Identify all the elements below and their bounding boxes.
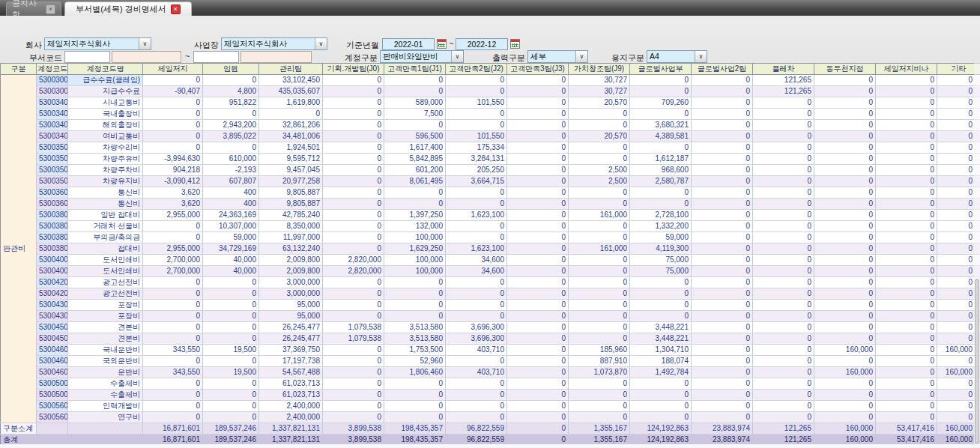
vertical-scrollbar[interactable] xyxy=(974,63,980,444)
amount-cell[interactable]: 0 xyxy=(323,154,384,165)
amount-cell[interactable]: 0 xyxy=(692,345,753,356)
amount-cell[interactable]: 3,696,300 xyxy=(446,333,507,345)
amount-cell[interactable]: 101,550 xyxy=(446,97,507,109)
amount-cell[interactable]: 0 xyxy=(876,221,937,232)
amount-cell[interactable]: 0 xyxy=(753,255,814,266)
amount-cell[interactable]: 0 xyxy=(203,378,259,390)
account-code-cell[interactable]: 53004601 xyxy=(37,345,68,356)
table-row[interactable]: 53004300포장비0095,00000000000000 xyxy=(1,300,980,311)
amount-cell[interactable]: 0 xyxy=(692,255,753,266)
amount-cell[interactable]: 887,910 xyxy=(569,356,630,367)
amount-cell[interactable]: 0 xyxy=(692,378,753,390)
account-name-cell[interactable]: 인력개발비 xyxy=(68,401,143,412)
amount-cell[interactable]: 0 xyxy=(876,165,937,176)
amount-cell[interactable]: 52,960 xyxy=(384,356,446,367)
amount-cell[interactable]: 0 xyxy=(753,311,814,322)
amount-cell[interactable]: 0 xyxy=(692,97,753,109)
amount-cell[interactable]: 121,265 xyxy=(753,75,814,86)
amount-cell[interactable]: 0 xyxy=(876,75,937,86)
amount-cell[interactable]: 0 xyxy=(876,97,937,109)
amount-cell[interactable]: 0 xyxy=(814,109,876,120)
amount-cell[interactable]: 2,500 xyxy=(569,176,630,187)
amount-cell[interactable]: 0 xyxy=(143,232,203,243)
amount-cell[interactable]: 34,729,169 xyxy=(203,243,259,255)
amount-cell[interactable]: 0 xyxy=(814,187,876,199)
amount-cell[interactable]: 0 xyxy=(692,199,753,210)
amount-cell[interactable]: 0 xyxy=(259,109,323,120)
column-header[interactable]: 플레차 xyxy=(753,64,814,75)
amount-cell[interactable]: 0 xyxy=(323,75,384,86)
amount-cell[interactable]: 1,492,784 xyxy=(630,367,692,378)
account-name-cell[interactable]: 접대비 xyxy=(68,243,143,255)
amount-cell[interactable]: 1,079,538 xyxy=(323,333,384,345)
dept-code-from-input[interactable] xyxy=(64,51,110,63)
amount-cell[interactable]: 0 xyxy=(203,333,259,345)
amount-cell[interactable]: 601,200 xyxy=(384,165,446,176)
amount-cell[interactable]: 95,000 xyxy=(259,300,323,311)
amount-cell[interactable]: -2,193 xyxy=(203,165,259,176)
amount-cell[interactable]: 54,567,488 xyxy=(259,367,323,378)
amount-cell[interactable]: 0 xyxy=(753,142,814,154)
amount-cell[interactable]: 0 xyxy=(323,345,384,356)
amount-cell[interactable]: 968,600 xyxy=(630,165,692,176)
amount-cell[interactable]: 0 xyxy=(692,120,753,131)
amount-cell[interactable]: 0 xyxy=(753,120,814,131)
amount-cell[interactable]: 0 xyxy=(384,277,446,288)
account-code-cell[interactable]: 53003801 xyxy=(37,210,68,221)
amount-cell[interactable]: 1,623,100 xyxy=(446,243,507,255)
amount-cell[interactable]: 0 xyxy=(692,333,753,345)
amount-cell[interactable]: 160,000 xyxy=(814,367,876,378)
amount-cell[interactable]: 0 xyxy=(876,142,937,154)
amount-cell[interactable]: 0 xyxy=(323,142,384,154)
amount-cell[interactable]: 0 xyxy=(203,401,259,412)
amount-cell[interactable]: 132,000 xyxy=(384,221,446,232)
amount-cell[interactable]: 175,334 xyxy=(446,142,507,154)
amount-cell[interactable]: 1,397,250 xyxy=(384,210,446,221)
amount-cell[interactable]: 0 xyxy=(692,131,753,142)
amount-cell[interactable]: 0 xyxy=(507,232,569,243)
amount-cell[interactable]: 0 xyxy=(384,390,446,401)
amount-cell[interactable]: 100,000 xyxy=(384,266,446,277)
amount-cell[interactable]: 2,728,100 xyxy=(630,210,692,221)
amount-cell[interactable]: 0 xyxy=(814,288,876,300)
account-name-cell[interactable]: 도서인쇄비 xyxy=(68,255,143,266)
amount-cell[interactable]: 400 xyxy=(203,187,259,199)
amount-cell[interactable]: 0 xyxy=(323,311,384,322)
amount-cell[interactable]: 0 xyxy=(630,86,692,97)
column-header[interactable]: 구분 xyxy=(1,64,37,75)
amount-cell[interactable]: 403,710 xyxy=(446,367,507,378)
amount-cell[interactable]: 0 xyxy=(143,333,203,345)
account-code-cell[interactable]: 53004000 xyxy=(37,255,68,266)
amount-cell[interactable]: 100,000 xyxy=(384,255,446,266)
column-header[interactable]: 관리팀 xyxy=(259,64,323,75)
amount-cell[interactable]: 0 xyxy=(692,86,753,97)
amount-cell[interactable]: 0 xyxy=(143,221,203,232)
amount-cell[interactable]: 0 xyxy=(569,390,630,401)
amount-cell[interactable]: 0 xyxy=(814,199,876,210)
amount-cell[interactable]: 343,550 xyxy=(143,345,203,356)
amount-cell[interactable]: 0 xyxy=(323,187,384,199)
amount-cell[interactable]: 2,700,000 xyxy=(143,266,203,277)
amount-cell[interactable]: 63,132,240 xyxy=(259,243,323,255)
account-name-cell[interactable]: 통신비 xyxy=(68,187,143,199)
account-code-cell[interactable]: 53005000 xyxy=(37,378,68,390)
tab-expense-report[interactable]: 부서별(세목) 경비명세서 × xyxy=(64,1,192,16)
account-code-cell[interactable]: 53003401 xyxy=(37,97,68,109)
amount-cell[interactable]: 0 xyxy=(507,288,569,300)
amount-cell[interactable]: 0 xyxy=(323,165,384,176)
amount-cell[interactable]: 185,960 xyxy=(569,345,630,356)
account-code-cell[interactable]: 53003803 xyxy=(37,232,68,243)
amount-cell[interactable]: 1,753,500 xyxy=(384,345,446,356)
amount-cell[interactable]: 0 xyxy=(814,154,876,165)
account-name-cell[interactable]: 수출제비 xyxy=(68,378,143,390)
column-header[interactable]: 동두천지점 xyxy=(814,64,876,75)
amount-cell[interactable]: 0 xyxy=(876,255,937,266)
amount-cell[interactable]: 0 xyxy=(143,277,203,288)
amount-cell[interactable]: 3,620 xyxy=(143,199,203,210)
amount-cell[interactable]: 0 xyxy=(323,131,384,142)
amount-cell[interactable]: 0 xyxy=(507,401,569,412)
amount-cell[interactable]: 0 xyxy=(876,401,937,412)
table-row[interactable]: 53003402국내출장비00007,500000000000 xyxy=(1,109,980,120)
account-code-cell[interactable]: 53004300 xyxy=(37,300,68,311)
amount-cell[interactable]: 3,284,131 xyxy=(446,154,507,165)
